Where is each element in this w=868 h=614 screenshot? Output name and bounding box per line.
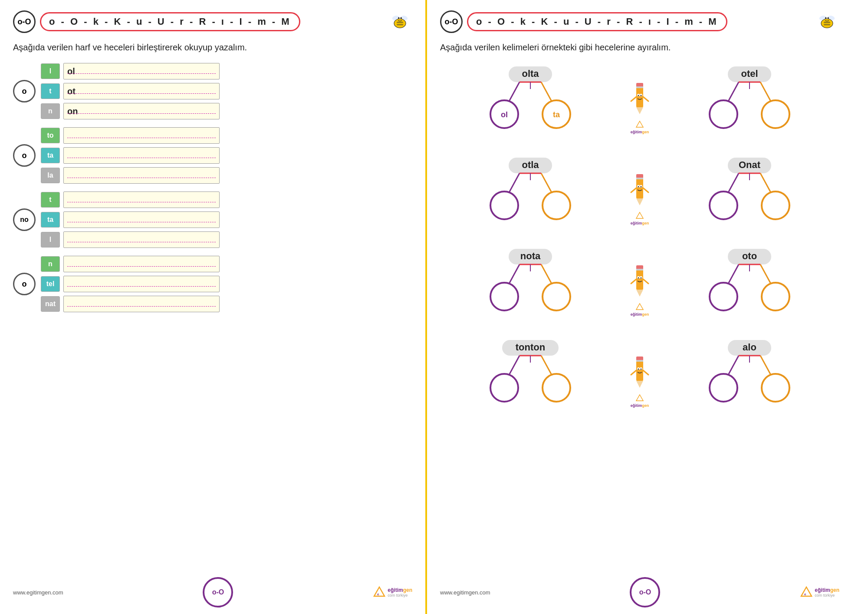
svg-marker-121 — [636, 395, 643, 401]
center-o-1: o — [13, 80, 36, 102]
badge-t2: t — [41, 192, 60, 208]
oo-circle-left: o-O — [13, 10, 36, 33]
badge-t: t — [41, 83, 60, 99]
tree-svg-otel: otel — [704, 63, 795, 132]
svg-marker-31 — [636, 107, 643, 114]
svg-text:otel: otel — [741, 68, 758, 79]
svg-line-98 — [760, 264, 771, 284]
writing-line-otel[interactable] — [63, 276, 220, 292]
svg-rect-84 — [636, 269, 643, 290]
egitimgen-icon-right: e — [800, 586, 813, 599]
svg-text:otla: otla — [522, 159, 539, 170]
writing-line-to[interactable] — [63, 127, 220, 144]
syllable-items-3: t ta l — [41, 191, 220, 248]
svg-rect-3 — [397, 24, 403, 25]
svg-line-23 — [541, 82, 552, 102]
svg-line-70 — [728, 173, 739, 193]
tree-svg-otla: otla — [485, 154, 576, 224]
syllable-row-2-1: to — [41, 127, 220, 144]
left-header: o-O o - O - k - K - u - U - r - R - ı - … — [13, 9, 412, 35]
svg-rect-14 — [824, 24, 830, 25]
svg-marker-94 — [636, 304, 643, 310]
syllable-row-4-3: nat — [41, 296, 220, 312]
writing-line-la[interactable] — [63, 167, 220, 184]
pencil-svg-3 — [627, 261, 653, 300]
syllable-row-3-3: l — [41, 231, 220, 248]
writing-line-nol[interactable] — [63, 231, 220, 248]
svg-point-75 — [762, 191, 789, 219]
svg-rect-30 — [636, 86, 643, 107]
egitimgen-small-4: eğitimgen — [631, 394, 649, 408]
badge-tel: tel — [41, 276, 60, 292]
svg-line-92 — [631, 279, 636, 284]
svg-line-119 — [631, 370, 636, 375]
svg-point-90 — [638, 277, 639, 279]
writing-line-ol[interactable]: ol — [63, 63, 220, 79]
svg-rect-57 — [636, 178, 643, 198]
svg-text:ol: ol — [501, 110, 508, 119]
right-footer: www.egitimgen.com o-O e eğitimgen com tü… — [427, 577, 852, 607]
svg-rect-13 — [824, 22, 830, 23]
right-egitimgen-logo: e eğitimgen com türkiye — [800, 586, 839, 599]
svg-point-118 — [641, 369, 642, 370]
letter-sequence-right: o - O - k - K - u - U - r - R - ı - I - … — [467, 12, 727, 31]
oo-circle-right: o-O — [440, 10, 463, 33]
svg-rect-33 — [636, 86, 643, 88]
svg-point-55 — [490, 191, 518, 219]
syllable-row-3-1: t — [41, 191, 220, 208]
left-footer-url: www.egitimgen.com — [13, 589, 63, 596]
svg-point-48 — [762, 100, 789, 128]
syllable-row-1-1: l ol — [41, 63, 220, 79]
syllable-items-4: n tel nat — [41, 256, 220, 312]
pencil-svg-2 — [627, 170, 653, 209]
badge-l: l — [41, 63, 60, 79]
syllable-items-1: l ol t ot n on — [41, 63, 220, 119]
pencil-col-1: eğitimgen — [620, 63, 659, 150]
svg-point-117 — [638, 369, 639, 370]
left-egitimgen-logo: e eğitimgen com türkiye — [373, 586, 412, 599]
badge-nat: nat — [41, 296, 60, 312]
right-footer-logo: o-O — [630, 577, 660, 607]
egitimgen-small-1: eğitimgen — [631, 120, 649, 134]
syllable-row-2-2: ta — [41, 147, 220, 164]
svg-text:tonton: tonton — [515, 342, 545, 353]
svg-line-124 — [728, 356, 739, 376]
syllable-group-3: no t ta l — [13, 191, 412, 248]
svg-line-38 — [631, 97, 636, 101]
left-footer-logo: o-O — [203, 577, 233, 607]
svg-rect-60 — [636, 178, 643, 179]
svg-line-97 — [728, 264, 739, 284]
svg-point-101 — [710, 283, 737, 310]
svg-line-51 — [509, 173, 519, 193]
svg-point-37 — [641, 95, 642, 96]
word-tree-onat: Onat — [659, 154, 839, 241]
writing-line-on[interactable]: on — [63, 103, 220, 119]
svg-text:e: e — [804, 592, 806, 596]
writing-line-not[interactable] — [63, 191, 220, 208]
svg-text:alo: alo — [743, 342, 756, 353]
egitimgen-small-2: eğitimgen — [631, 211, 649, 225]
word-tree-otel: otel — [659, 63, 839, 150]
svg-text:ta: ta — [552, 110, 560, 119]
center-o-4: o — [13, 273, 36, 295]
syllable-items-2: to ta la — [41, 127, 220, 184]
pencil-svg-1 — [627, 79, 653, 118]
writing-line-on2[interactable] — [63, 256, 220, 272]
badge-l2: l — [41, 232, 60, 248]
writing-line-ta[interactable] — [63, 147, 220, 164]
svg-text:e: e — [377, 592, 379, 596]
badge-to: to — [41, 128, 60, 143]
word-tree-alo: alo — [659, 337, 839, 423]
word-tree-olta: olta ol ta — [440, 63, 620, 150]
writing-line-nota[interactable] — [63, 211, 220, 228]
svg-marker-67 — [636, 212, 643, 218]
writing-line-ot[interactable]: ot — [63, 83, 220, 99]
svg-point-83 — [542, 283, 570, 310]
svg-point-74 — [710, 191, 737, 219]
svg-rect-111 — [636, 360, 643, 381]
left-page: o-O o - O - k - K - u - U - r - R - ı - … — [0, 0, 425, 614]
writing-line-onat[interactable] — [63, 296, 220, 312]
syllable-row-4-1: n — [41, 256, 220, 272]
svg-text:Onat: Onat — [738, 159, 760, 170]
badge-ta: ta — [41, 148, 60, 163]
